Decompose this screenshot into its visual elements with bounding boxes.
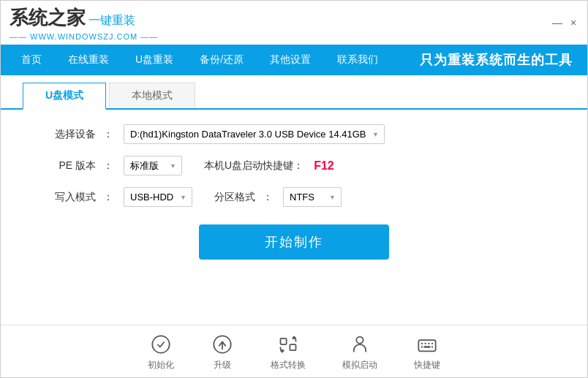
- device-label: 选择设备: [45, 128, 96, 141]
- hotkey-value: F12: [314, 159, 334, 173]
- nav-backup-restore[interactable]: 备份/还原: [186, 45, 257, 75]
- app-subtitle: 一键重装: [88, 14, 135, 26]
- tool-simulate-boot-label: 模拟启动: [342, 359, 377, 371]
- nav-online-reinstall[interactable]: 在线重装: [55, 45, 122, 75]
- write-select-wrap[interactable]: USB-HDD: [124, 187, 192, 207]
- app-title-text: 系统之家: [10, 7, 86, 29]
- main-window: 系统之家一键重装 —— WWW.WINDOWSZJ.COM —— — × 首页 …: [0, 0, 588, 378]
- check-circle-icon: [149, 333, 173, 356]
- tool-shortcut[interactable]: 快捷键: [414, 333, 440, 371]
- tool-initialize[interactable]: 初始化: [148, 333, 174, 371]
- bottom-toolbar: 初始化 升级: [1, 325, 587, 377]
- tool-convert-label: 格式转换: [271, 359, 306, 371]
- tab-usb-mode[interactable]: U盘模式: [23, 83, 106, 110]
- content-area: U盘模式 本地模式 选择设备 ： D:(hd1)Kingston DataTra…: [1, 75, 587, 377]
- tool-initialize-label: 初始化: [148, 359, 174, 371]
- partition-select-wrap[interactable]: NTFS: [283, 187, 342, 207]
- svg-point-5: [356, 337, 363, 344]
- close-button[interactable]: ×: [568, 18, 578, 28]
- device-row: 选择设备 ： D:(hd1)Kingston DataTraveler 3.0 …: [45, 124, 543, 144]
- svg-rect-6: [418, 340, 435, 351]
- device-select[interactable]: D:(hd1)Kingston DataTraveler 3.0 USB Dev…: [124, 124, 385, 144]
- write-select[interactable]: USB-HDD: [124, 187, 192, 207]
- tool-upgrade[interactable]: 升级: [211, 333, 234, 371]
- nav-contact[interactable]: 联系我们: [324, 45, 391, 75]
- write-label: 写入模式: [45, 191, 96, 204]
- svg-rect-4: [290, 344, 295, 350]
- tool-simulate-boot[interactable]: 模拟启动: [342, 333, 377, 371]
- tool-upgrade-label: 升级: [214, 359, 231, 371]
- partition-select[interactable]: NTFS: [283, 187, 342, 207]
- form-area: 选择设备 ： D:(hd1)Kingston DataTraveler 3.0 …: [1, 110, 587, 274]
- nav-bar: 首页 在线重装 U盘重装 备份/还原 其他设置 联系我们 只为重装系统而生的工具: [1, 45, 587, 75]
- app-website: —— WWW.WINDOWSZJ.COM ——: [10, 32, 158, 41]
- pe-select-wrap[interactable]: 标准版: [124, 156, 182, 175]
- start-button[interactable]: 开始制作: [199, 224, 389, 260]
- title-bar: 系统之家一键重装 —— WWW.WINDOWSZJ.COM —— — ×: [1, 1, 587, 45]
- pe-select[interactable]: 标准版: [124, 156, 182, 175]
- keyboard-icon: [415, 333, 439, 356]
- window-controls: — ×: [552, 18, 578, 28]
- minimize-button[interactable]: —: [552, 18, 562, 28]
- nav-slogan: 只为重装系统而生的工具: [420, 51, 587, 69]
- nav-home[interactable]: 首页: [8, 45, 55, 75]
- svg-rect-3: [281, 339, 287, 344]
- tool-convert[interactable]: 格式转换: [271, 333, 306, 371]
- tab-bar: U盘模式 本地模式: [1, 75, 587, 110]
- app-title: 系统之家一键重装: [10, 5, 158, 31]
- tool-shortcut-label: 快捷键: [414, 359, 440, 371]
- hotkey-label: 本机U盘启动快捷键：: [204, 159, 304, 173]
- nav-usb-reinstall[interactable]: U盘重装: [122, 45, 186, 75]
- person-icon: [348, 333, 372, 356]
- pe-label: PE 版本: [45, 159, 96, 173]
- tab-local-mode[interactable]: 本地模式: [109, 83, 195, 108]
- app-logo: 系统之家一键重装 —— WWW.WINDOWSZJ.COM ——: [10, 5, 158, 41]
- pe-row: PE 版本 ： 标准版 本机U盘启动快捷键： F12: [45, 156, 543, 175]
- nav-items: 首页 在线重装 U盘重装 备份/还原 其他设置 联系我们: [8, 45, 391, 75]
- svg-point-0: [152, 336, 169, 352]
- upload-icon: [211, 333, 234, 356]
- convert-icon: [276, 333, 300, 356]
- write-row: 写入模式 ： USB-HDD 分区格式 ： NTFS: [45, 187, 543, 207]
- nav-other-settings[interactable]: 其他设置: [257, 45, 324, 75]
- device-select-wrap[interactable]: D:(hd1)Kingston DataTraveler 3.0 USB Dev…: [124, 124, 385, 144]
- partition-label: 分区格式: [214, 191, 255, 204]
